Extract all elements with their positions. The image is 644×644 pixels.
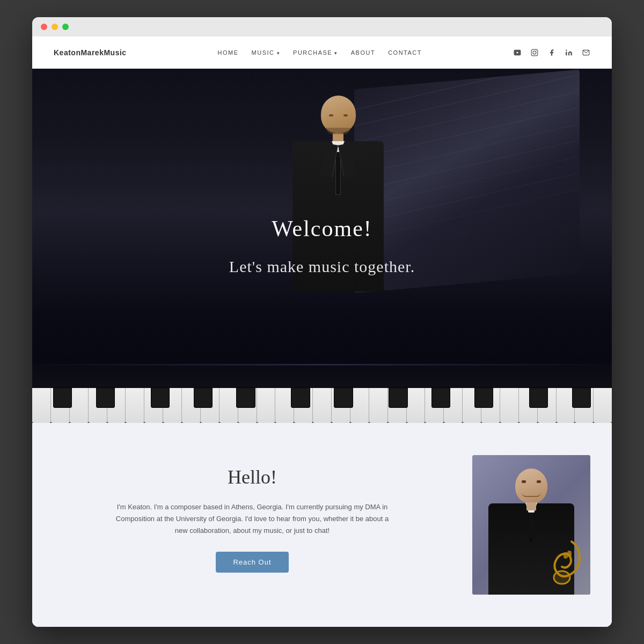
svg-rect-0: [531, 49, 538, 56]
reach-out-button[interactable]: Reach Out: [216, 552, 288, 573]
nav-link-contact[interactable]: CONTACT: [388, 49, 422, 56]
linkedin-icon[interactable]: [565, 48, 573, 57]
nav-link-home[interactable]: HOME: [218, 49, 239, 56]
photo-neck: [526, 502, 536, 510]
hero-subtitle: Let's make music together.: [229, 258, 415, 276]
minimize-button[interactable]: [52, 24, 58, 30]
svg-point-2: [536, 50, 537, 51]
nav-link-purchase[interactable]: PURCHASE: [293, 49, 338, 56]
maximize-button[interactable]: [62, 24, 69, 30]
svg-rect-7: [567, 551, 572, 557]
about-text-area: Hello! I'm Keaton. I'm a composer based …: [54, 455, 451, 573]
right-eye: [537, 480, 541, 483]
hero-content: Welcome! Let's make music together.: [32, 69, 612, 423]
nav-brand[interactable]: KeatonMarekMusic: [54, 48, 127, 57]
photo-person: [472, 455, 590, 595]
instagram-icon[interactable]: [530, 48, 539, 57]
about-description: I'm Keaton. I'm a composer based in Athe…: [113, 501, 392, 537]
youtube-icon[interactable]: [513, 48, 522, 57]
svg-point-1: [533, 51, 536, 54]
photo-horn: [550, 539, 585, 589]
photo-head: [515, 469, 547, 503]
navbar: KeatonMarekMusic HOME MUSIC PURCHASE ABO…: [32, 36, 612, 69]
about-photo: [472, 455, 590, 595]
svg-point-5: [554, 571, 570, 584]
website-content: KeatonMarekMusic HOME MUSIC PURCHASE ABO…: [32, 36, 612, 627]
about-section: Hello! I'm Keaton. I'm a composer based …: [32, 423, 612, 627]
browser-window: KeatonMarekMusic HOME MUSIC PURCHASE ABO…: [32, 17, 612, 627]
nav-link-about[interactable]: ABOUT: [351, 49, 375, 56]
hero-title: Welcome!: [272, 216, 372, 241]
nav-link-music[interactable]: MUSIC: [252, 49, 280, 56]
svg-point-3: [566, 49, 567, 50]
browser-chrome: [32, 17, 612, 36]
photo-smile: [522, 493, 541, 497]
about-title: Hello!: [54, 466, 451, 488]
left-eye: [522, 480, 526, 483]
close-button[interactable]: [41, 24, 47, 30]
nav-links: HOME MUSIC PURCHASE ABOUT CONTACT: [218, 49, 422, 56]
email-icon[interactable]: [582, 48, 590, 57]
social-icons: [513, 48, 590, 57]
photo-tie: [528, 513, 535, 542]
hero-section: Welcome! Let's make music together.: [32, 69, 612, 423]
svg-rect-6: [564, 552, 568, 559]
facebook-icon[interactable]: [547, 48, 556, 57]
